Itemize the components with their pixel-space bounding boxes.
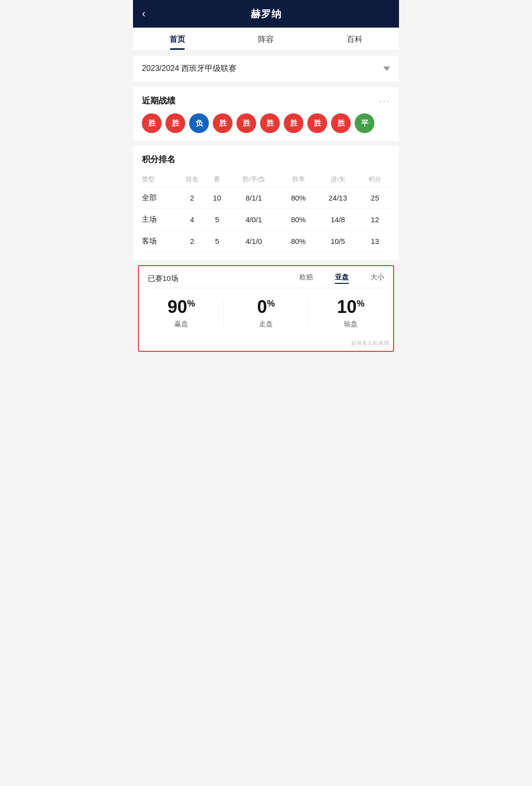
table-cell: 4/0/1 bbox=[227, 209, 281, 231]
recent-results-section: 近期战绩 ··· 胜胜负胜胜胜胜胜胜平 bbox=[133, 87, 399, 141]
standings-col-header: 胜/平/负 bbox=[227, 172, 281, 187]
tab-home[interactable]: 首页 bbox=[133, 28, 222, 50]
table-row: 客场254/1/080%10/513 bbox=[142, 231, 390, 252]
table-cell: 客场 bbox=[142, 231, 177, 252]
odds-played-label: 已赛10场 bbox=[148, 274, 290, 283]
result-badge: 胜 bbox=[331, 113, 351, 133]
odds-type-tab[interactable]: 亚盘 bbox=[335, 273, 349, 284]
odds-percent-value: 10% bbox=[308, 298, 393, 316]
table-cell: 2 bbox=[177, 231, 207, 252]
table-row: 全部2108/1/180%24/1325 bbox=[142, 187, 390, 209]
result-badge: 平 bbox=[355, 113, 374, 133]
standings-col-header: 进/失 bbox=[316, 172, 360, 187]
odds-percent-value: 90% bbox=[139, 298, 224, 316]
odds-label: 走盘 bbox=[224, 320, 308, 329]
more-button[interactable]: ··· bbox=[379, 95, 390, 106]
result-badge: 负 bbox=[189, 113, 209, 133]
standings-col-header: 积分 bbox=[360, 172, 390, 187]
odds-header: 已赛10场 欧赔亚盘大小 bbox=[139, 266, 393, 288]
result-badge: 胜 bbox=[307, 113, 327, 133]
watermark: 妙算鱼云机推球 bbox=[139, 338, 393, 351]
table-cell: 8/1/1 bbox=[227, 187, 281, 209]
odds-label: 赢盘 bbox=[139, 320, 224, 329]
standings-title: 积分排名 bbox=[142, 154, 390, 165]
recent-results-title: 近期战绩 bbox=[142, 95, 175, 106]
back-button[interactable]: ‹ bbox=[142, 7, 145, 20]
standings-col-header: 类型 bbox=[142, 172, 177, 187]
table-cell: 80% bbox=[281, 187, 316, 209]
table-cell: 14/8 bbox=[316, 209, 360, 231]
page-title: 赫罗纳 bbox=[251, 7, 282, 21]
table-cell: 4 bbox=[177, 209, 207, 231]
results-row: 胜胜负胜胜胜胜胜胜平 bbox=[142, 113, 390, 133]
header: ‹ 赫罗纳 bbox=[133, 0, 399, 28]
standings-col-header: 赛 bbox=[207, 172, 227, 187]
odds-stats-row: 90%赢盘0%走盘10%输盘 bbox=[139, 288, 393, 338]
standings-col-header: 胜率 bbox=[281, 172, 316, 187]
standings-table: 类型排名赛胜/平/负胜率进/失积分全部2108/1/180%24/1325主场4… bbox=[142, 172, 390, 252]
tab-wiki[interactable]: 百科 bbox=[310, 28, 399, 50]
result-badge: 胜 bbox=[142, 113, 162, 133]
odds-stat: 90%赢盘 bbox=[139, 298, 224, 329]
table-cell: 80% bbox=[281, 231, 316, 252]
season-label: 2023/2024 西班牙甲级联赛 bbox=[142, 64, 236, 74]
table-cell: 4/1/0 bbox=[227, 231, 281, 252]
standings-col-header: 排名 bbox=[177, 172, 207, 187]
odds-stat: 0%走盘 bbox=[224, 298, 308, 329]
odds-percent-value: 0% bbox=[224, 298, 308, 316]
result-badge: 胜 bbox=[260, 113, 280, 133]
table-cell: 全部 bbox=[142, 187, 177, 209]
tab-roster[interactable]: 阵容 bbox=[222, 28, 310, 50]
table-cell: 10 bbox=[207, 187, 227, 209]
table-cell: 25 bbox=[360, 187, 390, 209]
odds-section: 已赛10场 欧赔亚盘大小 90%赢盘0%走盘10%输盘 妙算鱼云机推球 bbox=[138, 265, 394, 352]
result-badge: 胜 bbox=[236, 113, 256, 133]
table-row: 主场454/0/180%14/812 bbox=[142, 209, 390, 231]
odds-type-tab[interactable]: 欧赔 bbox=[299, 273, 313, 284]
odds-stat: 10%输盘 bbox=[308, 298, 393, 329]
standings-section: 积分排名 类型排名赛胜/平/负胜率进/失积分全部2108/1/180%24/13… bbox=[133, 146, 399, 260]
chevron-down-icon bbox=[383, 67, 390, 71]
table-cell: 主场 bbox=[142, 209, 177, 231]
table-cell: 13 bbox=[360, 231, 390, 252]
table-cell: 2 bbox=[177, 187, 207, 209]
table-cell: 5 bbox=[207, 231, 227, 252]
table-cell: 10/5 bbox=[316, 231, 360, 252]
result-badge: 胜 bbox=[166, 113, 185, 133]
tabs-bar: 首页 阵容 百科 bbox=[133, 28, 399, 50]
odds-label: 输盘 bbox=[308, 320, 393, 329]
result-badge: 胜 bbox=[284, 113, 303, 133]
table-cell: 24/13 bbox=[316, 187, 360, 209]
table-cell: 5 bbox=[207, 209, 227, 231]
table-cell: 12 bbox=[360, 209, 390, 231]
result-badge: 胜 bbox=[213, 113, 233, 133]
table-cell: 80% bbox=[281, 209, 316, 231]
odds-type-tab[interactable]: 大小 bbox=[370, 273, 384, 284]
season-selector[interactable]: 2023/2024 西班牙甲级联赛 bbox=[133, 55, 399, 82]
odds-types-row: 欧赔亚盘大小 bbox=[290, 273, 384, 284]
